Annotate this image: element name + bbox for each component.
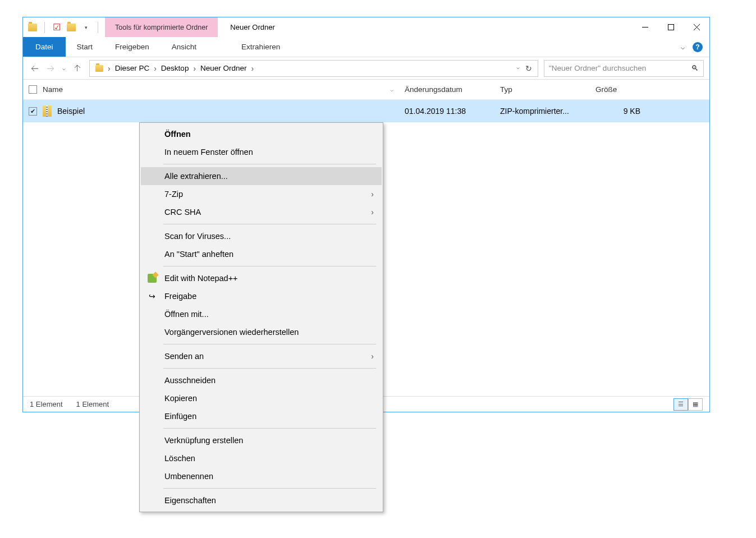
cm-rename[interactable]: Umbenennen [141, 467, 382, 485]
separator [163, 344, 376, 344]
cm-pin-start[interactable]: An "Start" anheften [141, 245, 382, 263]
minimize-button[interactable] [632, 17, 658, 37]
recent-locations-icon[interactable]: ⌵ [62, 65, 66, 71]
app-icon [28, 22, 38, 33]
cm-7zip[interactable]: 7-Zip› [141, 185, 382, 203]
file-type: ZIP-komprimierter... [494, 107, 590, 116]
search-icon[interactable]: 🔍︎ [691, 64, 699, 72]
cm-open-with[interactable]: Öffnen mit... [141, 305, 382, 323]
cm-scan-viruses[interactable]: Scan for Viruses... [141, 227, 382, 245]
crumb-desktop[interactable]: Desktop [158, 61, 193, 76]
crumb-sep[interactable] [250, 64, 255, 73]
search-box[interactable]: "Neuer Ordner" durchsuchen 🔍︎ [544, 60, 704, 77]
column-name-label: Name [43, 85, 63, 94]
search-placeholder: "Neuer Ordner" durchsuchen [549, 64, 646, 72]
dropdown-icon[interactable]: ⌵ [390, 86, 393, 93]
collapse-ribbon-icon[interactable]: ⌵ [681, 43, 685, 51]
separator [163, 266, 376, 266]
crumb-sep[interactable] [192, 64, 197, 73]
column-date[interactable]: Änderungsdatum [399, 85, 494, 94]
cm-share[interactable]: ↪Freigabe [141, 287, 382, 305]
history-dropdown-icon[interactable]: ⌵ [516, 64, 520, 73]
zip-icon [43, 105, 52, 117]
cm-cut[interactable]: Ausschneiden [141, 371, 382, 389]
crumb-sep[interactable] [107, 64, 112, 73]
cm-properties[interactable]: Eigenschaften [141, 491, 382, 509]
separator [163, 368, 376, 369]
chevron-right-icon: › [371, 352, 374, 361]
separator [163, 224, 376, 224]
cm-open-new-window[interactable]: In neuem Fenster öffnen [141, 143, 382, 161]
svg-rect-1 [668, 25, 673, 30]
maximize-button[interactable] [658, 17, 684, 37]
chevron-right-icon: › [371, 208, 374, 217]
forward-button[interactable]: 🡢 [47, 64, 54, 73]
select-all-checkbox[interactable] [29, 85, 37, 94]
details-view-icon[interactable]: ☰ [673, 398, 688, 411]
cm-restore-versions[interactable]: Vorgängerversionen wiederherstellen [141, 323, 382, 341]
nav-arrows: 🡠 🡢 ⌵ 🡡 [29, 64, 84, 73]
ribbon-right: ⌵ ? [674, 37, 709, 57]
cm-crc-sha[interactable]: CRC SHA› [141, 203, 382, 221]
separator [163, 488, 376, 489]
crumb-folder[interactable]: Neuer Ordner [197, 61, 250, 76]
tab-start[interactable]: Start [66, 37, 104, 57]
customize-qat-icon[interactable]: ▾ [81, 22, 91, 33]
separator [44, 22, 45, 33]
file-name: Beispiel [57, 107, 85, 116]
row-checkbox[interactable]: ✔ [29, 107, 37, 116]
status-selection: 1 Element [76, 400, 109, 408]
cm-copy[interactable]: Kopieren [141, 389, 382, 407]
tab-share[interactable]: Freigeben [104, 37, 161, 57]
tab-extract[interactable]: Extrahieren [230, 37, 291, 57]
thumbnails-view-icon[interactable]: ▦ [688, 398, 703, 411]
navigation-bar: 🡠 🡢 ⌵ 🡡 Dieser PC Desktop Neuer Ordner ⌵… [23, 57, 709, 80]
quick-access-toolbar: ☑ ▾ [23, 17, 105, 37]
separator [163, 164, 376, 164]
help-icon[interactable]: ? [693, 42, 703, 52]
column-name[interactable]: Name ⌵ [23, 85, 399, 94]
window-title: Neuer Ordner [218, 17, 632, 37]
refresh-icon[interactable]: ↻ [525, 64, 532, 73]
share-icon: ↪ [146, 291, 158, 302]
properties-icon[interactable]: ☑ [52, 22, 62, 33]
address-bar[interactable]: Dieser PC Desktop Neuer Ordner ⌵ ↻ [89, 60, 538, 77]
cm-open[interactable]: Öffnen [141, 125, 382, 143]
crumb-sep[interactable] [153, 64, 158, 73]
back-button[interactable]: 🡠 [31, 64, 39, 73]
cm-paste[interactable]: Einfügen [141, 407, 382, 425]
context-menu: Öffnen In neuem Fenster öffnen Alle extr… [139, 122, 383, 512]
close-button[interactable] [684, 17, 709, 37]
contextual-tab-group: Tools für komprimierte Ordner [105, 17, 218, 37]
separator [163, 428, 376, 429]
column-headers: Name ⌵ Änderungsdatum Typ Größe [23, 80, 709, 100]
column-type[interactable]: Typ [494, 85, 590, 94]
file-tab[interactable]: Datei [23, 37, 66, 57]
up-button[interactable]: 🡡 [74, 64, 81, 73]
titlebar: ☑ ▾ Tools für komprimierte Ordner Neuer … [23, 17, 709, 37]
cm-delete[interactable]: Löschen [141, 449, 382, 467]
status-count: 1 Element [30, 400, 63, 408]
separator [98, 22, 98, 33]
cm-extract-all[interactable]: Alle extrahieren... [141, 167, 382, 185]
address-root-icon[interactable] [92, 61, 107, 76]
ribbon-tabs: Datei Start Freigeben Ansicht Extrahiere… [23, 37, 709, 57]
tab-view[interactable]: Ansicht [161, 37, 208, 57]
cm-create-shortcut[interactable]: Verknüpfung erstellen [141, 431, 382, 449]
file-size: 9 KB [590, 107, 652, 116]
crumb-this-pc[interactable]: Dieser PC [112, 61, 153, 76]
chevron-right-icon: › [371, 190, 374, 199]
window-controls [632, 17, 709, 37]
new-folder-icon[interactable] [66, 22, 76, 33]
file-date: 01.04.2019 11:38 [399, 107, 494, 116]
column-size[interactable]: Größe [590, 85, 652, 94]
cm-edit-notepadpp[interactable]: Edit with Notepad++ [141, 269, 382, 287]
file-row[interactable]: ✔ Beispiel 01.04.2019 11:38 ZIP-komprimi… [23, 100, 709, 122]
notepadpp-icon [146, 273, 158, 284]
cm-send-to[interactable]: Senden an› [141, 347, 382, 365]
